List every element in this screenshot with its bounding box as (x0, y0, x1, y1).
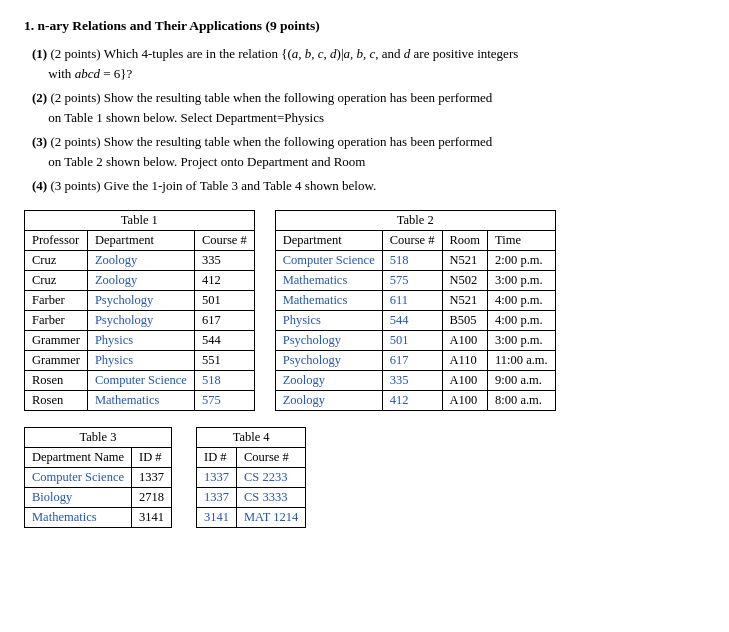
cell: Grammer (25, 330, 88, 350)
cell: Physics (275, 310, 382, 330)
bottom-tables-row: Table 3 Department Name ID # Computer Sc… (24, 427, 705, 528)
table2-header-course: Course # (382, 230, 442, 250)
cell: Psychology (275, 330, 382, 350)
cell: Computer Science (275, 250, 382, 270)
table-row: Grammer Physics 551 (25, 350, 255, 370)
cell: 575 (382, 270, 442, 290)
main-tables-row: Table 1 Professor Department Course # Cr… (24, 210, 705, 411)
table-row: Biology 2718 (25, 487, 172, 507)
table-row: Physics 544 B505 4:00 p.m. (275, 310, 555, 330)
section-title: 1. n-ary Relations and Their Application… (24, 18, 705, 34)
table3-title: Table 3 (25, 427, 172, 447)
cell: Cruz (25, 270, 88, 290)
cell: Farber (25, 290, 88, 310)
cell: 1337 (132, 467, 172, 487)
cell: 4:00 p.m. (488, 310, 556, 330)
table-row: Computer Science 518 N521 2:00 p.m. (275, 250, 555, 270)
table-row: 1337 CS 3333 (197, 487, 306, 507)
problem-3-text: (3) (2 points) Show the resulting table … (32, 134, 492, 169)
table3-header-row: Department Name ID # (25, 447, 172, 467)
table4-title-row: Table 4 (197, 427, 306, 447)
problem-4-text: (4) (3 points) Give the 1-join of Table … (32, 178, 376, 193)
table3-header-id: ID # (132, 447, 172, 467)
cell: CS 3333 (237, 487, 306, 507)
problem-list: (1) (2 points) Which 4-tuples are in the… (24, 44, 705, 196)
cell: Zoology (275, 390, 382, 410)
table-row: Psychology 501 A100 3:00 p.m. (275, 330, 555, 350)
cell: Cruz (25, 250, 88, 270)
table4-header-row: ID # Course # (197, 447, 306, 467)
cell: Mathematics (275, 290, 382, 310)
table4-title: Table 4 (197, 427, 306, 447)
cell: CS 2233 (237, 467, 306, 487)
table4-header-id: ID # (197, 447, 237, 467)
cell: 611 (382, 290, 442, 310)
cell: Mathematics (87, 390, 194, 410)
cell: 2718 (132, 487, 172, 507)
table4-container: Table 4 ID # Course # 1337 CS 2233 1337 … (196, 427, 306, 528)
table4: Table 4 ID # Course # 1337 CS 2233 1337 … (196, 427, 306, 528)
cell: 335 (194, 250, 254, 270)
cell: 3:00 p.m. (488, 270, 556, 290)
problem-2: (2) (2 points) Show the resulting table … (24, 88, 705, 127)
cell: 544 (194, 330, 254, 350)
cell: 518 (194, 370, 254, 390)
cell: B505 (442, 310, 488, 330)
cell: Farber (25, 310, 88, 330)
cell: 501 (194, 290, 254, 310)
table-row: Rosen Mathematics 575 (25, 390, 255, 410)
cell: 11:00 a.m. (488, 350, 556, 370)
problem-1-text: (1) (2 points) Which 4-tuples are in the… (32, 46, 518, 81)
table3-header-dept: Department Name (25, 447, 132, 467)
cell: A110 (442, 350, 488, 370)
table1: Table 1 Professor Department Course # Cr… (24, 210, 255, 411)
table-row: Farber Psychology 501 (25, 290, 255, 310)
cell: Psychology (275, 350, 382, 370)
cell: A100 (442, 370, 488, 390)
table-row: 3141 MAT 1214 (197, 507, 306, 527)
cell: N502 (442, 270, 488, 290)
cell: 617 (194, 310, 254, 330)
cell: 9:00 a.m. (488, 370, 556, 390)
table1-container: Table 1 Professor Department Course # Cr… (24, 210, 255, 411)
table2: Table 2 Department Course # Room Time Co… (275, 210, 556, 411)
cell: Psychology (87, 290, 194, 310)
table1-header-professor: Professor (25, 230, 88, 250)
cell: 1337 (197, 487, 237, 507)
table-row: Mathematics 575 N502 3:00 p.m. (275, 270, 555, 290)
cell: 501 (382, 330, 442, 350)
cell: 4:00 p.m. (488, 290, 556, 310)
cell: A100 (442, 330, 488, 350)
cell: 8:00 a.m. (488, 390, 556, 410)
table-row: Grammer Physics 544 (25, 330, 255, 350)
cell: MAT 1214 (237, 507, 306, 527)
cell: 1337 (197, 467, 237, 487)
table-row: Zoology 412 A100 8:00 a.m. (275, 390, 555, 410)
table-row: Computer Science 1337 (25, 467, 172, 487)
cell: Physics (87, 350, 194, 370)
table1-title-row: Table 1 (25, 210, 255, 230)
cell: 551 (194, 350, 254, 370)
cell: Zoology (87, 250, 194, 270)
cell: 3141 (197, 507, 237, 527)
cell: 335 (382, 370, 442, 390)
cell: N521 (442, 290, 488, 310)
table2-header-time: Time (488, 230, 556, 250)
table-row: Zoology 335 A100 9:00 a.m. (275, 370, 555, 390)
problem-3: (3) (2 points) Show the resulting table … (24, 132, 705, 171)
cell: A100 (442, 390, 488, 410)
cell: Zoology (87, 270, 194, 290)
cell: 518 (382, 250, 442, 270)
table1-header-row: Professor Department Course # (25, 230, 255, 250)
table-row: Psychology 617 A110 11:00 a.m. (275, 350, 555, 370)
table2-title-row: Table 2 (275, 210, 555, 230)
table-row: Mathematics 3141 (25, 507, 172, 527)
problem-1: (1) (2 points) Which 4-tuples are in the… (24, 44, 705, 83)
cell: N521 (442, 250, 488, 270)
cell: 3141 (132, 507, 172, 527)
cell: Biology (25, 487, 132, 507)
table3-title-row: Table 3 (25, 427, 172, 447)
table1-title: Table 1 (25, 210, 255, 230)
table-row: Cruz Zoology 412 (25, 270, 255, 290)
table4-header-course: Course # (237, 447, 306, 467)
